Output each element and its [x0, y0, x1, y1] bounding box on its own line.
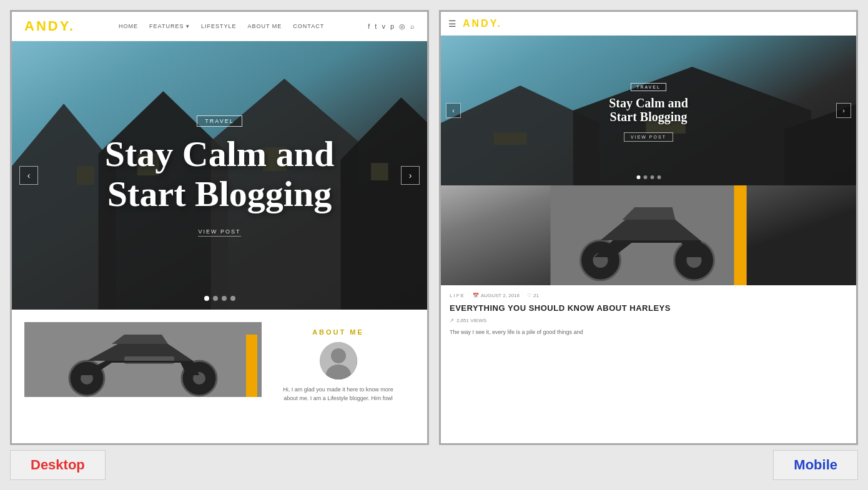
nav-contact[interactable]: CONTACT [293, 23, 324, 29]
article-title[interactable]: EVERYTHING YOU SHOULD KNOW ABOUT HARLEYS [450, 303, 847, 314]
mobile-dot-3[interactable] [650, 175, 654, 179]
mobile-nav: ☰ ANDY. [441, 12, 856, 36]
svg-rect-29 [734, 185, 747, 285]
instagram-icon[interactable]: ◎ [399, 22, 405, 31]
mobile-dots [636, 175, 661, 179]
svg-rect-22 [494, 132, 527, 145]
desktop-preview: ANDY. HOME FEATURES ▾ LIFESTYLE ABOUT ME… [10, 10, 429, 445]
hero-arrow-left[interactable]: ‹ [19, 166, 38, 185]
desktop-hero-slider: ‹ TRAVEL Stay Calm and Start Blogging VI… [12, 41, 427, 310]
twitter-icon[interactable]: t [375, 22, 377, 30]
about-sidebar-desktop: ABOUT ME Hi, I am glad you made it here … [262, 322, 415, 409]
article-category: LIFE [450, 293, 465, 298]
mobile-hero-title: Stay Calm and Start Blogging [609, 96, 688, 124]
hero-view-post[interactable]: VIEW POST [198, 228, 240, 237]
hero-title: Stay Calm and Start Blogging [105, 134, 334, 214]
article-views: ↗ 2,651 VIEWS [450, 318, 847, 323]
svg-rect-14 [124, 356, 174, 364]
mobile-hero-slider: ‹ TRAVEL Stay Calm and Start Blogging VI… [441, 36, 856, 185]
mobile-view-post[interactable]: VIEW POST [624, 132, 673, 142]
svg-rect-15 [246, 335, 257, 397]
dot-3[interactable] [222, 296, 227, 301]
desktop-logo: ANDY. [24, 18, 75, 34]
nav-aboutme[interactable]: ABOUT ME [247, 23, 282, 29]
nav-features[interactable]: FEATURES ▾ [149, 23, 190, 29]
dot-2[interactable] [213, 296, 218, 301]
mobile-dot-4[interactable] [657, 175, 661, 179]
chart-icon: ↗ [450, 318, 454, 323]
pinterest-icon[interactable]: p [390, 22, 394, 30]
article-excerpt: The way I see it, every life is a pile o… [450, 328, 847, 337]
desktop-nav: ANDY. HOME FEATURES ▾ LIFESTYLE ABOUT ME… [12, 12, 427, 41]
logo-dot: . [69, 18, 75, 34]
mobile-hero-content: TRAVEL Stay Calm and Start Blogging VIEW… [590, 80, 707, 142]
bike-svg [24, 322, 262, 397]
vimeo-icon[interactable]: v [382, 22, 385, 30]
nav-lifestyle[interactable]: LIFESTYLE [201, 23, 237, 29]
article-likes: ♡ 21 [527, 293, 539, 298]
mobile-label-button[interactable]: Mobile [773, 450, 858, 480]
bike-image-desktop [24, 322, 262, 397]
mobile-article-meta: LIFE 📅 AUGUST 2, 2016 ♡ 21 [450, 293, 847, 298]
mobile-arrow-right[interactable]: › [836, 103, 851, 118]
desktop-nav-icons: f t v p ◎ ⌕ [368, 22, 415, 31]
hero-category: TRAVEL [197, 115, 242, 127]
mobile-dot-1[interactable] [636, 175, 640, 179]
hero-content: TRAVEL Stay Calm and Start Blogging VIEW… [105, 114, 334, 237]
calendar-icon: 📅 [473, 293, 479, 298]
logo-text: ANDY [24, 18, 69, 34]
avatar-svg [320, 342, 357, 380]
mobile-dot-2[interactable] [643, 175, 647, 179]
desktop-label-button[interactable]: Desktop [10, 450, 106, 480]
nav-home[interactable]: HOME [119, 23, 138, 29]
mobile-hero-category: TRAVEL [631, 83, 666, 91]
mobile-preview: ☰ ANDY. ‹ TRAVEL Stay Calm and [439, 10, 858, 445]
bike-image-mobile [441, 185, 856, 285]
mobile-article-info: LIFE 📅 AUGUST 2, 2016 ♡ 21 EVERYTHING YO… [441, 285, 856, 344]
hero-dots [204, 296, 235, 301]
about-text: Hi, I am glad you made it here to know m… [283, 386, 393, 403]
search-icon[interactable]: ⌕ [410, 22, 415, 30]
desktop-nav-links: HOME FEATURES ▾ LIFESTYLE ABOUT ME CONTA… [119, 23, 324, 29]
hero-arrow-right[interactable]: › [401, 166, 420, 185]
svg-rect-8 [371, 163, 388, 180]
mobile-arrow-left[interactable]: ‹ [446, 103, 461, 118]
heart-icon: ♡ [527, 293, 531, 298]
dot-4[interactable] [230, 296, 235, 301]
labels-row: Desktop Mobile [0, 445, 868, 490]
article-date: 📅 AUGUST 2, 2016 [473, 293, 520, 298]
dot-1[interactable] [204, 296, 209, 301]
bike-image-bg [24, 322, 262, 397]
facebook-icon[interactable]: f [368, 22, 370, 30]
about-label: ABOUT ME [312, 328, 364, 336]
svg-rect-5 [77, 166, 94, 185]
mobile-bike-svg [441, 185, 856, 285]
desktop-content-area: ABOUT ME Hi, I am glad you made it here … [12, 310, 427, 421]
svg-marker-3 [340, 97, 427, 310]
mobile-logo: ANDY. [463, 18, 502, 29]
avatar-desktop [320, 342, 357, 380]
svg-point-17 [331, 348, 346, 363]
hamburger-icon[interactable]: ☰ [448, 19, 456, 29]
